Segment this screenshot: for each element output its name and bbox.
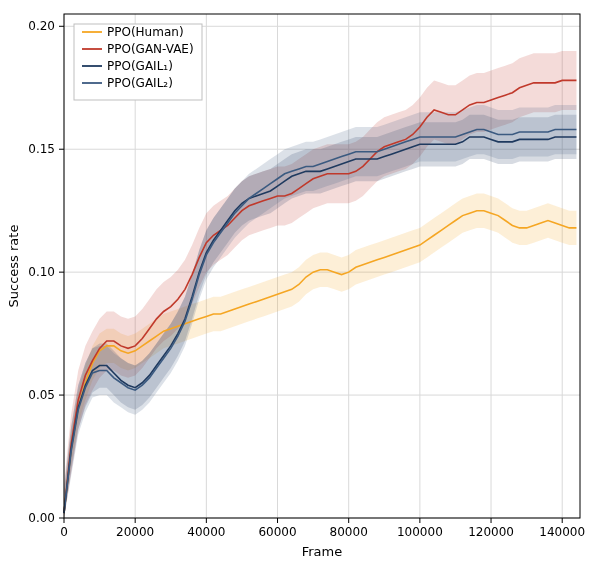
legend: PPO(Human)PPO(GAN-VAE)PPO(GAIL₁)PPO(GAIL… (74, 24, 202, 100)
x-tick-label: 80000 (330, 525, 368, 539)
y-tick-label: 0.05 (28, 388, 55, 402)
success-rate-chart: 0200004000060000800001000001200001400000… (0, 0, 596, 566)
x-tick-label: 0 (60, 525, 68, 539)
y-tick-label: 0.20 (28, 19, 55, 33)
legend-label: PPO(GAN-VAE) (107, 42, 194, 56)
y-tick-label: 0.00 (28, 511, 55, 525)
y-tick-label: 0.15 (28, 142, 55, 156)
x-tick-label: 120000 (468, 525, 514, 539)
x-tick-label: 140000 (539, 525, 585, 539)
y-tick-label: 0.10 (28, 265, 55, 279)
x-tick-label: 20000 (116, 525, 154, 539)
x-tick-label: 60000 (258, 525, 296, 539)
x-tick-label: 100000 (397, 525, 443, 539)
x-axis-label: Frame (302, 544, 343, 559)
legend-label: PPO(GAIL₂) (107, 76, 173, 90)
x-tick-label: 40000 (187, 525, 225, 539)
y-axis-label: Success rate (6, 225, 21, 308)
legend-label: PPO(GAIL₁) (107, 59, 173, 73)
legend-label: PPO(Human) (107, 25, 184, 39)
